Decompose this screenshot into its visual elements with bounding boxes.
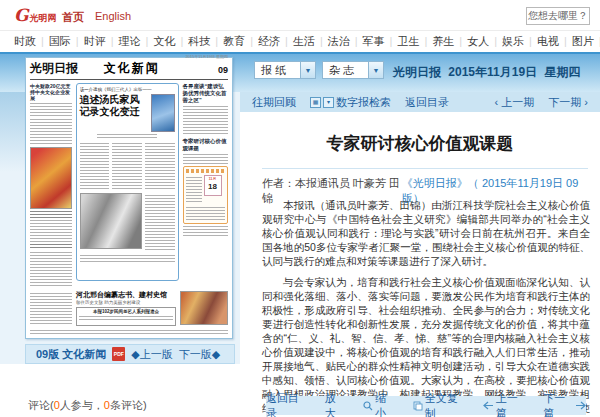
nav-item-yangsheng[interactable]: 养生 [419, 34, 454, 49]
issue-masthead-date: 光明日报 2015年11月19日 星期四 [393, 64, 584, 81]
zoom-in-label: 放大 [325, 391, 345, 417]
gmw-logo[interactable]: G 光明网 [14, 5, 57, 25]
article-body: 本报讯（通讯员叶豪芳、田锦）由浙江科技学院社会主义核心价值观研究中心与《中国特色… [262, 198, 590, 417]
nav-item-keji[interactable]: 科技 [175, 34, 210, 49]
date-picker-dropdown-icon[interactable]: ▾ [323, 97, 334, 108]
newsprint-text [80, 255, 175, 262]
issue-tools-row: 往期回顾 ▦ ▾ 数字报检索 返回目录 ‹ 上一期 下一期 › [240, 92, 600, 112]
calendar-day: 18 [205, 182, 221, 191]
zoom-in-button[interactable]: 放大 [325, 391, 345, 417]
prev-issue-link[interactable]: ‹ 上一期 [495, 95, 535, 110]
next-page-link[interactable]: 下一版◆ [179, 347, 220, 362]
newspaper-page-number: 09 [218, 65, 228, 75]
newspaper-date: 2015年11月19日 星期四 [185, 54, 228, 59]
left-column-headline[interactable]: 中央财政20亿元支持中央文化企业发展 [30, 83, 72, 101]
bottom-color-photo [180, 291, 228, 325]
nav-item-weisheng[interactable]: 卫生 [385, 34, 420, 49]
newsprint-text [183, 106, 229, 136]
newsprint-text [79, 316, 173, 322]
nav-item-junshi[interactable]: 军事 [350, 34, 385, 49]
current-article-headline[interactable]: 专家研讨核心价值观课题 [183, 138, 229, 152]
nav-item-nvren[interactable]: 女人 [454, 34, 489, 49]
newsprint-subhead [30, 244, 72, 250]
nav-item-jingji[interactable]: 经济 [245, 34, 280, 49]
nav-item-fazhi[interactable]: 法治 [315, 34, 350, 49]
newspaper-feature-box[interactable]: 汤一介遗稿《我们三代人》出版—— 追述汤氏家风 记录文化变迁 [76, 83, 179, 281]
newsprint-text [183, 226, 229, 238]
feature-photo-row [80, 193, 175, 253]
newspaper-section-title: 文化新闻 [104, 60, 160, 77]
calendar-box-header [186, 169, 226, 173]
newsprint-text [145, 143, 175, 191]
issue-weekday: 星期四 [544, 65, 580, 79]
zoom-out-button[interactable]: 缩小 [363, 391, 395, 417]
digital-search-link[interactable]: 数字报检索 [336, 95, 391, 110]
where-to-go-box[interactable]: 您想去哪里？ [526, 7, 590, 25]
paper-select[interactable]: 报纸 ▼ [254, 61, 316, 79]
right-column-headline[interactable]: 各界座谈“建设弘扬优秀传统文化首善之区” [183, 83, 229, 104]
newsprint-text [186, 177, 202, 203]
next-article-button[interactable]: 下一篇 [543, 391, 586, 417]
paper-select-value: 报纸 [255, 63, 289, 78]
copy-all-button[interactable]: 全文复制 [413, 391, 465, 417]
article-divider [262, 168, 588, 169]
back-to-contents-button[interactable]: 返回目录 [266, 391, 307, 417]
calendar-icon: 11月 18 [204, 175, 222, 196]
nav-item-wenhua[interactable]: 文化 [141, 34, 176, 49]
nav-item-boke[interactable]: 博客 [594, 34, 600, 49]
chevron-down-icon[interactable]: ▼ [368, 62, 383, 78]
arrow-left-icon [483, 401, 494, 410]
feature-headline-line2: 记录文化变迁 [80, 106, 140, 118]
logo-g-icon: G [14, 5, 29, 25]
newsprint-text [30, 119, 72, 145]
magazine-select-value: 杂志 [323, 63, 357, 78]
article-paragraph: 本报讯（通讯员叶豪芳、田锦）由浙江科技学院社会主义核心价值观研究中心与《中国特色… [262, 198, 590, 268]
prev-page-link[interactable]: ◆上一版 [131, 347, 172, 362]
past-issues-link[interactable]: 往期回顾 [252, 95, 296, 110]
nav-item-guoji[interactable]: 国际 [36, 34, 71, 49]
nav-item-shiping[interactable]: 时评 [71, 34, 106, 49]
newsprint-text [80, 143, 110, 191]
book-cover-image [151, 94, 175, 132]
feature-kicker: 汤一介遗稿《我们三代人》出版—— [80, 87, 175, 92]
pdf-icon[interactable]: PDF [112, 347, 125, 361]
bottom-story-subtitle: 留住历史文脉 助力美丽乡村建设 [76, 300, 176, 305]
zoom-out-label: 缩小 [375, 391, 395, 417]
feature-head-row: 追述汤氏家风 记录文化变迁 [80, 94, 175, 132]
newsprint-text [186, 207, 226, 221]
nav-item-shizheng[interactable]: 时政 [14, 34, 36, 49]
newspaper-page-thumbnail[interactable]: 光明日报 文化新闻 2015年11月19日 星期四 09 中央财政20亿元支持中… [25, 57, 233, 339]
feature-bw-photo [80, 193, 142, 249]
copy-icon [413, 401, 423, 411]
prev-article-button[interactable]: 上一篇 [483, 391, 526, 417]
nav-item-yule[interactable]: 娱乐 [489, 34, 524, 49]
chevron-down-icon[interactable]: ▼ [300, 62, 315, 78]
nav-item-jiaoyu[interactable]: 教育 [210, 34, 245, 49]
date-picker-icon[interactable]: ▦ [310, 97, 321, 108]
newspaper-rule [30, 79, 228, 80]
page-label: 09版 文化新闻 [36, 347, 106, 362]
calendar-story-box[interactable]: 11月 18 [183, 166, 229, 224]
comments-text: 条评论) [110, 399, 147, 411]
newspaper-header: 光明日报 文化新闻 2015年11月19日 星期四 09 [30, 62, 228, 77]
magazine-select[interactable]: 杂志 ▼ [322, 61, 384, 79]
site-header: G 光明网 首页 English 您想去哪里？ [0, 0, 600, 30]
article-toolbar: 返回目录 放大 缩小 全文复制 上一篇 下一篇 [266, 396, 586, 415]
feature-headline[interactable]: 追述汤氏家风 记录文化变迁 [80, 94, 140, 118]
next-issue-link[interactable]: 下一期 › [548, 95, 588, 110]
newspaper-footer-line [30, 330, 228, 334]
back-to-contents-link[interactable]: 返回目录 [405, 95, 449, 110]
nav-item-lilun[interactable]: 理论 [106, 34, 141, 49]
newsprint-text [30, 293, 72, 325]
nav-item-dianshi[interactable]: 电视 [524, 34, 559, 49]
comments-summary[interactable]: 评论(0人参与，0条评论) [28, 398, 147, 413]
site-nav: 时政 国际 时评 理论 文化 科技 教育 经济 生活 法治 军事 卫生 养生 女… [0, 30, 600, 52]
nav-item-tupian[interactable]: 图片 [559, 34, 594, 49]
newsprint-text [30, 252, 72, 286]
bottom-story-headline: 河北邢台编纂志书、建村史馆 [76, 291, 176, 299]
home-link[interactable]: 首页 [62, 10, 84, 25]
bottom-story[interactable]: 河北邢台编纂志书、建村史馆 留住历史文脉 助力美丽乡村建设 本报102岁民间老艺… [76, 291, 176, 327]
nav-item-shenghuo[interactable]: 生活 [280, 34, 315, 49]
english-link[interactable]: English [95, 10, 131, 22]
boxed-brief-story[interactable]: 本报102岁民间老艺人系列报道会 [76, 307, 176, 326]
